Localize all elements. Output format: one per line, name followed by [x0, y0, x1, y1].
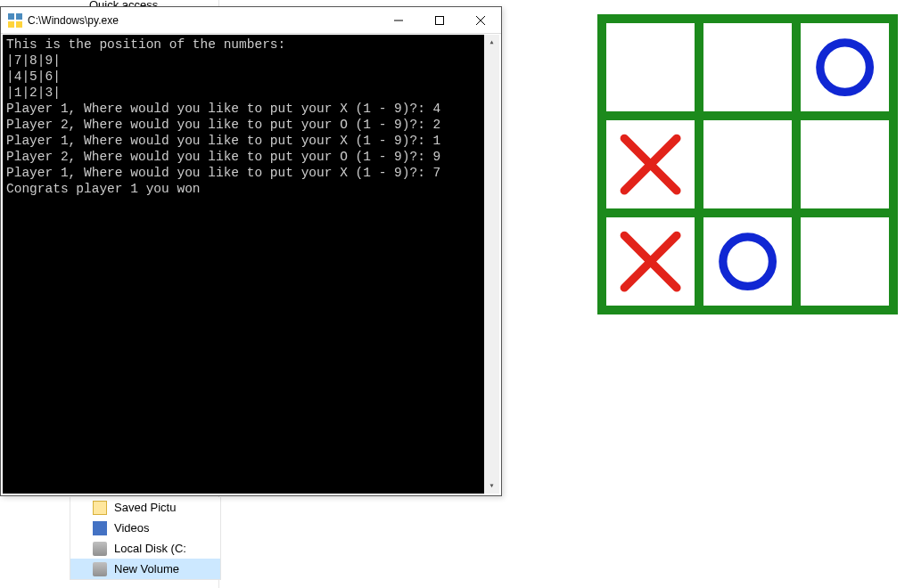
- explorer-item-label: New Volume: [114, 562, 179, 576]
- explorer-item[interactable]: New Volume: [70, 559, 220, 579]
- board-cell-3[interactable]: [801, 23, 889, 111]
- console-output: This is the position of the numbers: |7|…: [3, 35, 484, 494]
- board-cell-2[interactable]: [703, 23, 792, 111]
- video-icon: [93, 521, 107, 535]
- console-body: This is the position of the numbers: |7|…: [3, 35, 499, 494]
- vol-icon: [93, 562, 107, 576]
- scroll-up-arrow[interactable]: ▴: [484, 35, 499, 50]
- board-cell-8[interactable]: [703, 217, 792, 306]
- console-window: C:\Windows\py.exe This is the position o…: [0, 6, 502, 496]
- svg-rect-3: [16, 21, 22, 28]
- window-title: C:\Windows\py.exe: [28, 14, 378, 27]
- svg-point-8: [820, 43, 870, 93]
- window-controls: [378, 7, 501, 33]
- tictactoe-window: [597, 14, 898, 314]
- minimize-button[interactable]: [378, 7, 419, 33]
- close-button[interactable]: [460, 7, 501, 33]
- title-bar[interactable]: C:\Windows\py.exe: [1, 7, 501, 34]
- board-cell-5[interactable]: [703, 120, 792, 208]
- svg-rect-2: [8, 21, 14, 28]
- explorer-item-label: Saved Pictu: [114, 501, 176, 514]
- folder-icon: [93, 501, 107, 515]
- explorer-sidebar-list: Saved PictuVideosLocal Disk (C:New Volum…: [70, 497, 221, 580]
- vertical-scrollbar[interactable]: ▴ ▾: [484, 35, 499, 494]
- board-cell-6[interactable]: [801, 120, 889, 208]
- explorer-item[interactable]: Local Disk (C:: [70, 538, 220, 559]
- board-cell-9[interactable]: [801, 217, 889, 306]
- explorer-item[interactable]: Videos: [70, 518, 220, 538]
- scroll-down-arrow[interactable]: ▾: [484, 478, 499, 494]
- disk-icon: [93, 542, 107, 556]
- board-cell-4[interactable]: [606, 120, 695, 208]
- svg-rect-5: [436, 16, 444, 24]
- svg-rect-0: [8, 13, 14, 20]
- board-cell-7[interactable]: [606, 217, 695, 306]
- svg-point-13: [723, 237, 773, 287]
- board-cell-1[interactable]: [606, 23, 695, 111]
- explorer-item-label: Local Disk (C:: [114, 542, 186, 555]
- svg-rect-1: [16, 13, 22, 20]
- maximize-button[interactable]: [419, 7, 460, 33]
- app-icon: [8, 13, 22, 28]
- tictactoe-board: [597, 14, 898, 314]
- explorer-item-label: Videos: [114, 521, 150, 535]
- scroll-track[interactable]: [484, 50, 499, 478]
- explorer-item[interactable]: Saved Pictu: [70, 497, 220, 518]
